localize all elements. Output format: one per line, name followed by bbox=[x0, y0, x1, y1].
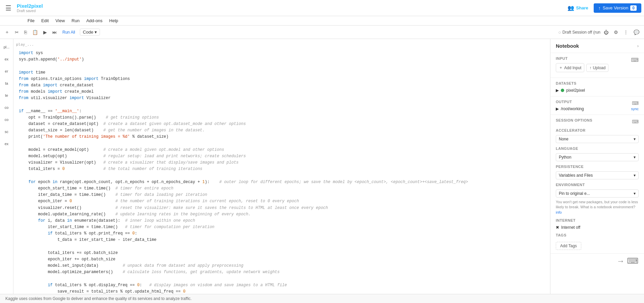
persistence-label: PERSISTENCE bbox=[556, 165, 639, 169]
output-path: /root/working bbox=[561, 106, 584, 111]
datasets-label: DATASETS bbox=[556, 81, 639, 85]
language-dropdown[interactable]: Python ▾ bbox=[556, 153, 639, 161]
main-layout: pl... ex er ta te co co sc ex play_... i… bbox=[0, 39, 644, 303]
play-button[interactable]: ▶ bbox=[41, 28, 49, 36]
left-sidebar: pl... ex er ta te co co sc ex bbox=[0, 39, 13, 303]
session-status-icon: ○ bbox=[558, 30, 561, 35]
more-vert-button[interactable]: ⋮ bbox=[622, 28, 630, 36]
dataset-status-dot bbox=[561, 89, 564, 92]
logo-area: Pixel2pixel Draft saved bbox=[17, 3, 43, 13]
share-button[interactable]: Share bbox=[576, 5, 588, 10]
menu-view[interactable]: View bbox=[52, 17, 68, 25]
update-icon: ↑ bbox=[598, 5, 601, 11]
code-content[interactable]: import sys sys.path.append('../input') i… bbox=[13, 47, 550, 303]
upload-icon: ↑ bbox=[589, 66, 591, 70]
internet-value: Internet off bbox=[561, 225, 580, 230]
menu-edit[interactable]: Edit bbox=[38, 17, 52, 25]
language-dropdown-icon: ▾ bbox=[634, 155, 636, 160]
output-label: Output bbox=[556, 100, 572, 104]
environment-value: Pin to original e... bbox=[559, 191, 590, 196]
keyboard-arrow-output-icon: ⌨ bbox=[632, 100, 639, 106]
info-link[interactable]: info bbox=[556, 210, 562, 214]
add-input-label: Add Input bbox=[564, 66, 581, 70]
sidebar-item-sc[interactable]: sc bbox=[1, 126, 12, 137]
session-info: ○ Draft Session off (run bbox=[558, 30, 600, 35]
datasets-section: DATASETS ▶ pixel2pixel bbox=[550, 78, 644, 96]
menu-file[interactable]: File bbox=[24, 17, 38, 25]
output-path-item[interactable]: ▶ /root/working bbox=[556, 106, 584, 111]
paste-button[interactable]: 📋 bbox=[30, 28, 40, 36]
accelerator-label: ACCELERATOR bbox=[556, 128, 639, 132]
add-cell-button[interactable]: ＋ bbox=[3, 28, 11, 37]
keyboard-arrow-icon: › bbox=[637, 43, 639, 48]
accelerator-dropdown[interactable]: None ▾ bbox=[556, 135, 639, 143]
dropdown-arrow-icon: ▾ bbox=[95, 30, 97, 35]
right-panel: Notebook › Input ⌨ ＋ Add Input ↑ Upload bbox=[550, 39, 644, 303]
share-area: 👥 Share bbox=[568, 5, 588, 11]
draft-saved-status: Draft saved bbox=[17, 9, 43, 13]
dataset-item[interactable]: ▶ pixel2pixel bbox=[556, 88, 639, 93]
code-editor-area[interactable]: play_... import sys sys.path.append('../… bbox=[13, 39, 550, 303]
persistence-dropdown[interactable]: Variables and Files ▾ bbox=[556, 171, 639, 179]
language-label: LANGUAGE bbox=[556, 146, 639, 150]
save-version-badge: 0 bbox=[630, 5, 637, 11]
sidebar-item-er[interactable]: er bbox=[1, 66, 12, 77]
output-section: Output ⌨ ▶ /root/working sync bbox=[550, 96, 644, 115]
sidebar-item-ta[interactable]: ta bbox=[1, 78, 12, 89]
sidebar-item-co2[interactable]: co bbox=[1, 114, 12, 125]
keyboard-arrow-input-icon: ⌨ bbox=[631, 57, 639, 63]
input-label: Input bbox=[556, 56, 568, 60]
bottom-arrow-icon: → ⌨ bbox=[550, 254, 644, 268]
environment-dropdown-icon: ▾ bbox=[634, 191, 636, 196]
menu-help[interactable]: Help bbox=[106, 17, 122, 25]
right-panel-header: Notebook › bbox=[550, 39, 644, 53]
environment-label: ENVIRONMENT bbox=[556, 183, 639, 187]
upload-label: Upload bbox=[593, 66, 605, 70]
add-input-button[interactable]: ＋ Add Input bbox=[556, 63, 584, 72]
upload-button[interactable]: ↑ Upload bbox=[586, 64, 608, 72]
output-arrow-icon: ▶ bbox=[556, 106, 559, 111]
sidebar-item-te[interactable]: te bbox=[1, 90, 12, 101]
people-icon: 👥 bbox=[568, 5, 574, 11]
sidebar-item-ex1[interactable]: ex bbox=[1, 54, 12, 64]
language-value: Python bbox=[559, 155, 571, 160]
keyboard-arrow-session-icon: ⌨ bbox=[632, 119, 639, 124]
code-label: Code bbox=[83, 30, 93, 35]
dataset-arrow-icon: ▶ bbox=[556, 88, 559, 93]
run-all-button[interactable]: Run All bbox=[60, 29, 77, 36]
fast-forward-button[interactable]: ⏭ bbox=[50, 28, 59, 36]
input-section: Input ⌨ ＋ Add Input ↑ Upload bbox=[550, 53, 644, 78]
power-settings-button[interactable]: ⏻ bbox=[602, 28, 610, 36]
logo-text: Pixel2pixel bbox=[17, 3, 43, 9]
copy-button[interactable]: ⎘ bbox=[22, 28, 29, 36]
session-options-section: Session options ⌨ ACCELERATOR None ▾ LAN… bbox=[550, 115, 644, 254]
bottom-bar-text: Kaggle uses cookies from Google to deliv… bbox=[5, 296, 192, 301]
top-bar: ☰ Pixel2pixel Draft saved 👥 Share ↑ Save… bbox=[0, 0, 644, 16]
toolbar: ＋ ✂ ⎘ 📋 ▶ ⏭ Run All Code ▾ ○ Draft Sessi… bbox=[0, 26, 644, 39]
environment-info: You won't get new packages, but your cod… bbox=[556, 200, 639, 215]
sidebar-item-ex2[interactable]: ex bbox=[1, 138, 12, 149]
environment-dropdown[interactable]: Pin to original e... ▾ bbox=[556, 189, 639, 198]
persistence-value: Variables and Files bbox=[559, 173, 593, 178]
insert-button[interactable]: 💬 bbox=[632, 28, 641, 36]
menu-bar: File Edit View Run Add-ons Help bbox=[0, 16, 644, 26]
add-tags-button[interactable]: Add Tags bbox=[556, 242, 581, 250]
tags-label: TAGS bbox=[556, 233, 639, 237]
notebook-title: Notebook bbox=[556, 43, 579, 49]
menu-run[interactable]: Run bbox=[68, 17, 83, 25]
sidebar-item-co1[interactable]: co bbox=[1, 102, 12, 113]
session-options-label: Session options bbox=[556, 118, 592, 122]
settings-button[interactable]: ⚙ bbox=[612, 28, 620, 36]
accelerator-dropdown-icon: ▾ bbox=[634, 137, 636, 141]
code-type-dropdown[interactable]: Code ▾ bbox=[80, 29, 100, 36]
cut-button[interactable]: ✂ bbox=[13, 28, 21, 36]
internet-label: INTERNET bbox=[556, 218, 639, 222]
sync-button[interactable]: sync bbox=[631, 107, 639, 111]
menu-icon[interactable]: ☰ bbox=[3, 3, 14, 13]
cell-container: play_... import sys sys.path.append('../… bbox=[13, 42, 550, 303]
sidebar-item-play[interactable]: pl... bbox=[1, 42, 12, 52]
accelerator-value: None bbox=[559, 137, 569, 141]
internet-status: ✖ Internet off bbox=[556, 225, 639, 230]
menu-addons[interactable]: Add-ons bbox=[83, 17, 106, 25]
save-version-button[interactable]: ↑ Save Version 0 bbox=[594, 3, 641, 13]
